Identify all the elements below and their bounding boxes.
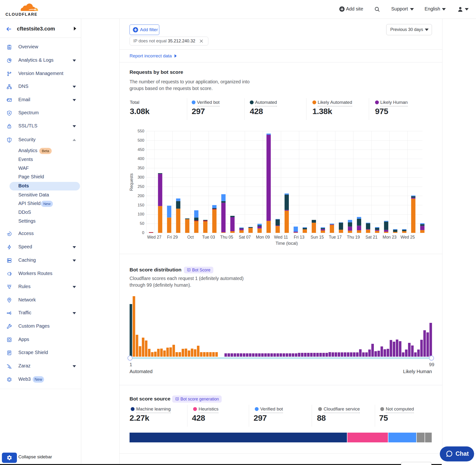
svg-text:CLOUDFLARE: CLOUDFLARE [5,12,38,16]
